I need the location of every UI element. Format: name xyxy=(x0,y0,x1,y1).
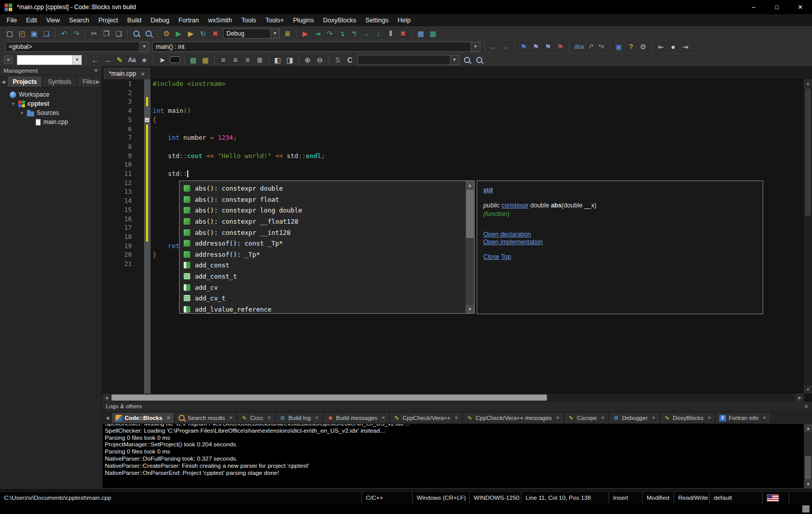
paste-icon[interactable]: ❑ xyxy=(113,28,124,39)
line-number[interactable]: 16 xyxy=(102,215,132,224)
scroll-down-icon[interactable]: ▼ xyxy=(466,305,474,313)
align-justify-icon[interactable]: ≣ xyxy=(254,55,266,65)
menu-wxsmith[interactable]: wxSmith xyxy=(204,15,237,25)
jump-forward-icon[interactable]: ⇥ xyxy=(680,42,691,52)
scope-combo[interactable]: <global>▼ xyxy=(5,42,149,52)
next-bookmark-icon[interactable]: ⚑ xyxy=(542,42,554,52)
autocomplete-item[interactable]: abs(): constexpr double xyxy=(180,183,466,194)
menu-project[interactable]: Project xyxy=(94,15,123,25)
menu-settings[interactable]: Settings xyxy=(361,15,393,25)
close-icon[interactable]: ✕ xyxy=(763,415,767,420)
resize-grip[interactable] xyxy=(802,505,809,512)
previous-bookmark-icon[interactable]: ⚑ xyxy=(530,42,541,52)
log-tab-build-log[interactable]: ⚙Build log✕ xyxy=(275,412,323,424)
doxy-line-comment-icon[interactable]: *< xyxy=(596,42,606,52)
menu-search[interactable]: Search xyxy=(65,15,94,25)
close-icon[interactable]: ✕ xyxy=(382,415,386,420)
menu-plugins[interactable]: Plugins xyxy=(288,15,318,25)
line-number[interactable]: 19 xyxy=(102,241,132,251)
log-tab-fortran-info[interactable]: FFortran info✕ xyxy=(715,412,770,424)
autocomplete-item[interactable]: add_lvalue_reference xyxy=(180,304,466,313)
open-implementation-link[interactable]: Open implementation xyxy=(483,238,543,246)
editor-horizontal-scrollbar[interactable]: ◀ ▶ xyxy=(102,394,804,402)
new-file-icon[interactable]: ▢ xyxy=(4,28,15,39)
build-icon[interactable]: ⚙ xyxy=(161,28,172,39)
search-advanced-icon[interactable] xyxy=(474,55,485,65)
chevron-down-icon[interactable]: ▼ xyxy=(139,42,149,51)
autocomplete-item[interactable]: abs(): constexpr __float128 xyxy=(180,216,466,227)
menu-doxyblocks[interactable]: DoxyBlocks xyxy=(318,15,361,25)
autocomplete-item[interactable]: addressof(): const _Tp* xyxy=(180,238,466,249)
menu-fortran[interactable]: Fortran xyxy=(174,15,204,25)
tab-symbols[interactable]: Symbols xyxy=(42,76,77,87)
log-tab-cccc[interactable]: ✎Cccc✕ xyxy=(237,412,275,424)
break-debugger-icon[interactable]: ‖ xyxy=(385,28,396,39)
nav-forward-icon[interactable]: → xyxy=(102,55,113,65)
align-right-icon[interactable]: ≡ xyxy=(242,55,253,65)
highlight-occurrences-icon[interactable]: ▣ xyxy=(613,42,624,52)
log-tab-cppcheck-vera[interactable]: ✎CppCheck/Vera++✕ xyxy=(389,412,462,424)
tab-projects[interactable]: Projects xyxy=(7,76,42,87)
scrollbar-thumb[interactable] xyxy=(805,88,811,216)
line-number[interactable]: 21 xyxy=(102,259,132,268)
scrollbar-thumb[interactable] xyxy=(111,395,547,401)
next-line-icon[interactable]: ↷ xyxy=(324,28,335,39)
autocomplete-item[interactable]: add_const xyxy=(180,260,466,271)
doxy-block-comment-icon[interactable]: /* xyxy=(587,42,595,52)
chevron-down-icon[interactable]: ▼ xyxy=(450,55,459,65)
close-icon[interactable]: ✕ xyxy=(556,415,560,420)
run-icon[interactable]: ▶ xyxy=(173,28,184,39)
log-tab-search-results[interactable]: Search results✕ xyxy=(175,412,237,424)
autocomplete-item[interactable]: add_cv_t xyxy=(180,293,466,304)
menu-view[interactable]: View xyxy=(42,15,65,25)
copy-icon[interactable]: ❐ xyxy=(101,28,112,39)
scrollbar-thumb[interactable] xyxy=(805,456,811,479)
log-tab-debugger[interactable]: ⚙Debugger✕ xyxy=(608,412,659,424)
menu-build[interactable]: Build xyxy=(123,15,146,25)
line-number[interactable]: 15 xyxy=(102,205,132,215)
run-to-cursor-icon[interactable]: ⇥ xyxy=(312,28,323,39)
line-number[interactable]: 13 xyxy=(102,187,132,196)
replace-icon[interactable] xyxy=(143,28,154,39)
nav-back-icon[interactable]: ← xyxy=(90,55,101,65)
goto-previous-icon[interactable]: ← xyxy=(488,42,499,52)
autocomplete-item[interactable]: add_cv xyxy=(180,282,466,293)
log-tabs-scroll-left-icon[interactable]: ◀ xyxy=(103,412,111,424)
line-number[interactable]: 10 xyxy=(102,160,132,169)
line-number[interactable]: 6 xyxy=(102,125,132,134)
close-button[interactable]: ✕ xyxy=(789,0,812,14)
line-number[interactable]: 5 xyxy=(102,115,132,125)
goto-next-icon[interactable]: → xyxy=(500,42,511,52)
close-icon[interactable]: ✕ xyxy=(140,71,144,77)
step-out-icon[interactable]: ↰ xyxy=(349,28,360,39)
line-number[interactable]: 7 xyxy=(102,133,132,142)
tabs-scroll-left-icon[interactable]: ◀ xyxy=(2,79,5,84)
autocomplete-item[interactable]: abs(): constexpr long double xyxy=(180,205,466,216)
frame-end-icon[interactable]: ◨ xyxy=(284,55,296,65)
frame-start-icon[interactable]: ◧ xyxy=(272,55,283,65)
menu-edit[interactable]: Edit xyxy=(21,15,42,25)
log-scrollbar[interactable]: ▲ ▼ xyxy=(804,424,812,488)
scroll-down-icon[interactable]: ▼ xyxy=(804,480,812,488)
step-into-icon[interactable]: ↴ xyxy=(336,28,347,39)
letter-s-icon[interactable]: S xyxy=(332,55,343,65)
function-combo[interactable]: main() : int▼ xyxy=(152,42,480,52)
zoom-in-icon[interactable]: ⊕ xyxy=(302,55,313,65)
align-left-icon[interactable]: ≡ xyxy=(218,55,229,65)
undo-icon[interactable]: ↶ xyxy=(59,28,70,39)
doc-top-link[interactable]: Top xyxy=(501,253,511,260)
debugging-windows-icon[interactable]: ▦ xyxy=(415,28,426,39)
menu-help[interactable]: Help xyxy=(393,15,415,25)
line-number[interactable]: 18 xyxy=(102,232,132,241)
doc-symbol-link[interactable]: std xyxy=(483,187,492,194)
menu-tools[interactable]: Tools xyxy=(237,15,260,25)
context-help-icon[interactable]: ? xyxy=(625,42,636,52)
maximize-button[interactable]: □ xyxy=(765,0,789,14)
align-center-icon[interactable]: ≡ xyxy=(230,55,241,65)
line-number[interactable]: 17 xyxy=(102,223,132,232)
chevron-down-icon[interactable]: ▼ xyxy=(471,42,480,51)
stop-debugger-icon[interactable]: ✖ xyxy=(397,28,409,39)
minimize-button[interactable]: – xyxy=(742,0,765,14)
close-icon[interactable]: ✕ xyxy=(601,415,605,420)
chevron-down-icon[interactable]: ▼ xyxy=(72,55,81,65)
